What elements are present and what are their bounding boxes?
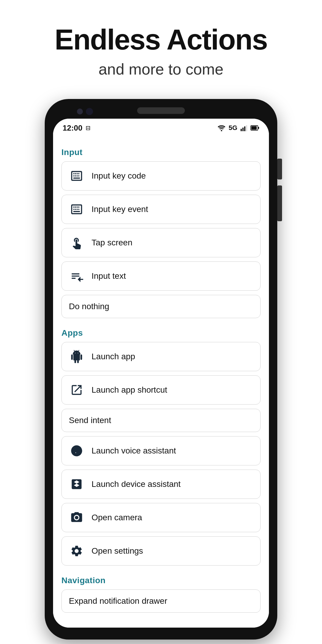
section-header-input: Input xyxy=(61,142,261,161)
svg-point-0 xyxy=(221,130,222,131)
camera-right xyxy=(86,108,93,115)
action-item-launch-app-shortcut[interactable]: Launch app shortcut xyxy=(61,375,261,405)
phone-top-bar xyxy=(53,107,269,119)
wifi-icon xyxy=(217,125,226,131)
action-item-launch-app[interactable]: Launch app xyxy=(61,342,261,371)
side-buttons xyxy=(277,159,282,221)
network-label: 5G xyxy=(229,124,237,132)
launch-app-label: Launch app xyxy=(92,352,135,361)
battery-icon xyxy=(250,125,259,131)
input-text-label: Input text xyxy=(92,271,126,281)
star-box-icon xyxy=(69,476,84,492)
side-button-top xyxy=(277,159,282,179)
action-item-input-key-event[interactable]: Input key event xyxy=(61,195,261,224)
camera-left xyxy=(77,109,83,114)
input-key-code-label: Input key code xyxy=(92,171,146,181)
launch-device-assistant-label: Launch device assistant xyxy=(92,479,181,489)
star-circle-icon xyxy=(69,443,84,459)
status-db-icon: ⊟ xyxy=(86,124,91,131)
status-icons: 5G xyxy=(217,124,259,132)
android-icon xyxy=(69,349,84,364)
action-item-input-key-code[interactable]: Input key code xyxy=(61,161,261,191)
svg-rect-3 xyxy=(244,126,245,131)
action-item-tap-screen[interactable]: Tap screen xyxy=(61,228,261,257)
svg-rect-4 xyxy=(246,125,247,131)
camera-icon xyxy=(69,510,84,525)
input-key-event-label: Input key event xyxy=(92,205,148,214)
external-link-icon xyxy=(69,382,84,398)
tap-icon xyxy=(69,235,84,250)
page-title: Endless Actions xyxy=(55,24,267,55)
action-item-send-intent[interactable]: Send intent xyxy=(61,409,261,432)
expand-notification-drawer-label: Expand notification drawer xyxy=(69,596,167,606)
action-item-do-nothing[interactable]: Do nothing xyxy=(61,295,261,318)
section-header-navigation: Navigation xyxy=(61,570,261,589)
keyboard-icon xyxy=(69,168,84,184)
side-button-volume xyxy=(277,185,282,221)
svg-rect-7 xyxy=(251,126,257,130)
open-settings-label: Open settings xyxy=(92,546,143,556)
page-subtitle: and more to come xyxy=(55,60,267,78)
svg-rect-6 xyxy=(258,127,259,129)
action-item-launch-voice-assistant[interactable]: Launch voice assistant xyxy=(61,436,261,465)
svg-rect-1 xyxy=(241,129,242,131)
action-item-open-settings[interactable]: Open settings xyxy=(61,536,261,566)
action-item-launch-device-assistant[interactable]: Launch device assistant xyxy=(61,470,261,499)
tap-screen-label: Tap screen xyxy=(92,238,132,247)
signal-icon xyxy=(240,125,247,131)
phone-screen: 12:00 ⊟ 5G xyxy=(53,119,269,628)
text-lines-icon xyxy=(69,268,84,284)
svg-rect-2 xyxy=(242,128,244,131)
phone-frame: 12:00 ⊟ 5G xyxy=(45,99,277,640)
gear-icon xyxy=(69,543,84,559)
launch-voice-assistant-label: Launch voice assistant xyxy=(92,446,176,456)
status-time: 12:00 xyxy=(63,123,83,133)
launch-app-shortcut-label: Launch app shortcut xyxy=(92,385,167,395)
phone-speaker xyxy=(137,107,185,114)
action-item-open-camera[interactable]: Open camera xyxy=(61,503,261,532)
action-item-expand-notification-drawer[interactable]: Expand notification drawer xyxy=(61,589,261,613)
screen-content: Input Input key code Input key event xyxy=(53,136,269,628)
status-bar: 12:00 ⊟ 5G xyxy=(53,119,269,136)
do-nothing-label: Do nothing xyxy=(69,302,109,311)
open-camera-label: Open camera xyxy=(92,513,142,522)
action-item-input-text[interactable]: Input text xyxy=(61,261,261,291)
page-header: Endless Actions and more to come xyxy=(43,0,279,90)
keyboard-event-icon xyxy=(69,202,84,217)
section-header-apps: Apps xyxy=(61,322,261,342)
send-intent-label: Send intent xyxy=(69,416,111,425)
